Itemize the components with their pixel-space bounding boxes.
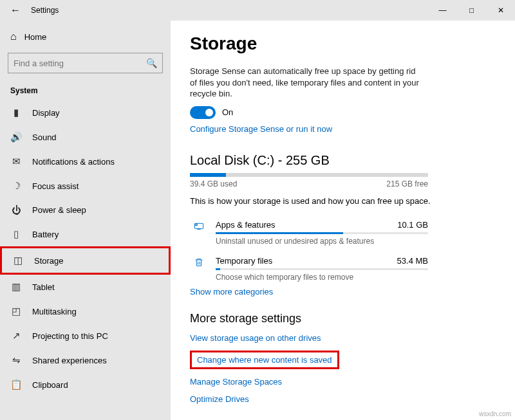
- nav-clipboard[interactable]: 📋Clipboard: [0, 372, 171, 397]
- tablet-icon: ▥: [10, 281, 22, 293]
- shared-icon: ⇋: [10, 354, 22, 366]
- nav-projecting[interactable]: ↗Projecting to this PC: [0, 324, 171, 348]
- power-icon: ⏻: [10, 205, 22, 215]
- sound-icon: 🔊: [10, 131, 22, 143]
- home-nav[interactable]: ⌂ Home: [0, 26, 171, 48]
- battery-icon: ▯: [10, 228, 22, 240]
- back-button[interactable]: ←: [5, 5, 26, 16]
- configure-link[interactable]: Configure Storage Sense or run it now: [190, 124, 332, 134]
- toggle-label: On: [222, 107, 233, 117]
- search-box[interactable]: 🔍: [8, 53, 163, 73]
- close-button[interactable]: ✕: [486, 0, 515, 21]
- page-title: Storage: [190, 33, 496, 54]
- disk-used: 39.4 GB used: [190, 179, 237, 188]
- notifications-icon: ✉: [10, 156, 22, 167]
- nav-power[interactable]: ⏻Power & sleep: [0, 198, 171, 222]
- disk-free: 215 GB free: [386, 179, 428, 188]
- link-storage-spaces[interactable]: Manage Storage Spaces: [190, 377, 282, 387]
- nav-display[interactable]: ▮Display: [0, 100, 171, 125]
- nav-notifications[interactable]: ✉Notifications & actions: [0, 149, 171, 174]
- watermark: wsxdn.com: [479, 410, 511, 417]
- nav-tablet[interactable]: ▥Tablet: [0, 275, 171, 299]
- link-other-drives[interactable]: View storage usage on other drives: [190, 333, 321, 343]
- nav-multitasking[interactable]: ◰Multitasking: [0, 299, 171, 324]
- search-icon: 🔍: [146, 58, 157, 68]
- trash-icon: [190, 256, 208, 268]
- category-temp[interactable]: Temporary files53.4 MB Choose which temp…: [190, 251, 428, 287]
- window-title: Settings: [31, 6, 59, 15]
- home-icon: ⌂: [10, 31, 17, 42]
- clipboard-icon: 📋: [10, 379, 22, 390]
- home-label: Home: [24, 32, 47, 42]
- show-more-link[interactable]: Show more categories: [190, 287, 273, 297]
- display-icon: ▮: [10, 107, 22, 118]
- nav-shared[interactable]: ⇋Shared experiences: [0, 348, 171, 372]
- section-label: System: [0, 78, 171, 100]
- disk-title: Local Disk (C:) - 255 GB: [190, 153, 496, 168]
- svg-rect-1: [196, 224, 198, 225]
- projecting-icon: ↗: [10, 330, 22, 342]
- maximize-button[interactable]: □: [457, 0, 486, 21]
- multitasking-icon: ◰: [10, 306, 22, 317]
- titlebar: ← Settings — □ ✕: [0, 0, 515, 21]
- content: Storage Storage Sense can automatically …: [171, 21, 515, 420]
- nav-storage[interactable]: ◫Storage: [0, 246, 171, 275]
- nav-list: ▮Display 🔊Sound ✉Notifications & actions…: [0, 100, 171, 397]
- apps-icon: [190, 220, 208, 232]
- minimize-button[interactable]: —: [428, 0, 457, 21]
- category-apps[interactable]: Apps & features10.1 GB Uninstall unused …: [190, 215, 428, 251]
- disk-bar: [190, 173, 428, 177]
- link-optimize-drives[interactable]: Optimize Drives: [190, 394, 249, 404]
- more-title: More storage settings: [190, 312, 496, 325]
- nav-sound[interactable]: 🔊Sound: [0, 125, 171, 149]
- search-input[interactable]: [14, 59, 146, 68]
- link-change-save-location[interactable]: Change where new content is saved: [190, 351, 339, 369]
- nav-focus-assist[interactable]: ☽Focus assist: [0, 174, 171, 198]
- focus-icon: ☽: [10, 180, 22, 192]
- nav-battery[interactable]: ▯Battery: [0, 222, 171, 246]
- sidebar: ⌂ Home 🔍 System ▮Display 🔊Sound ✉Notific…: [0, 21, 171, 420]
- storage-sense-toggle[interactable]: [190, 106, 216, 119]
- sense-desc: Storage Sense can automatically free up …: [190, 66, 422, 100]
- storage-icon: ◫: [12, 255, 24, 266]
- usage-desc: This is how your storage is used and how…: [190, 196, 496, 206]
